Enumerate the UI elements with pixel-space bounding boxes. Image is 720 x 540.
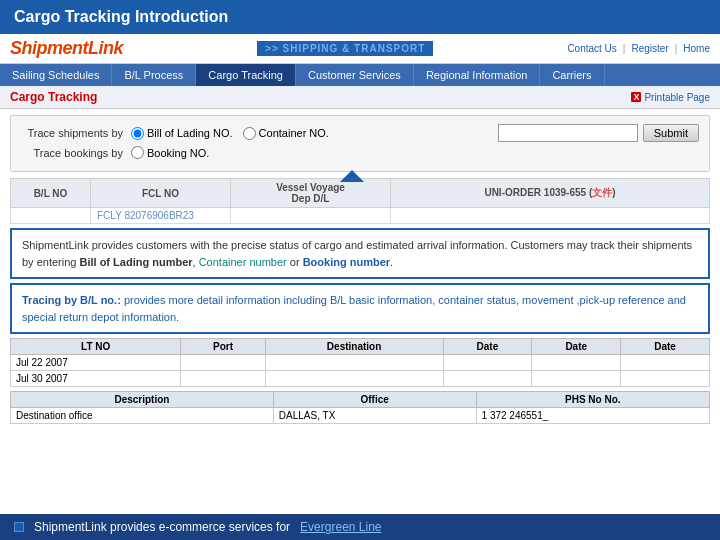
info-text-1: ShipmentLink provides customers with the… [22,239,692,268]
search-input[interactable]: xxxxxxxxxxxx [498,124,638,142]
table-row: FCLY 82076906BR23 [11,208,710,224]
search-input-group: xxxxxxxxxxxx Submit [498,124,699,142]
breadcrumb-bar: Cargo Tracking X Printable Page [0,86,720,109]
bold-bl: Bill of Lading number [79,256,192,268]
dt-col-lt: LT NO [11,339,181,355]
dt-row-1: Jul 22 2007 [11,355,710,371]
radio-container-label: Container NO. [259,127,329,139]
addr-desc: Destination office [11,408,274,424]
addr-row: Destination office DALLAS, TX 1 372 2465… [11,408,710,424]
tracking-row-blur: B/L NO FCL NO Vessel VoyageDep D/L UNI-O… [10,178,710,224]
radio-bl-label: Bill of Lading NO. [147,127,233,139]
page-title: Cargo Tracking Introduction [14,8,228,25]
nav-bar: Sailing Schedules B/L Process Cargo Trac… [0,64,720,86]
printable-label[interactable]: Printable Page [644,92,710,103]
radio-booking-label: Booking NO. [147,147,209,159]
dt-col-date2: Date [532,339,621,355]
tracking-table: B/L NO FCL NO Vessel VoyageDep D/L UNI-O… [10,178,710,224]
booking-text: Booking number [303,256,390,268]
radio-booking-input[interactable] [131,146,144,159]
nav-carriers[interactable]: Carriers [540,64,604,86]
booking-radio-group: Booking NO. [131,146,209,159]
addr-col-desc: Description [11,392,274,408]
dt-col-date3: Date [621,339,710,355]
radio-container[interactable]: Container NO. [243,127,329,140]
contact-link[interactable]: Contact Us [567,43,616,54]
cell-vessel [231,208,391,224]
printable-link[interactable]: X Printable Page [631,92,710,103]
bottom-section: ShipmentLink provides e-commerce service… [0,514,720,540]
page-header: Cargo Tracking Introduction [0,0,720,34]
close-icon: X [631,92,641,102]
tracking-area: B/L NO FCL NO Vessel VoyageDep D/L UNI-O… [0,178,720,334]
info-box-2: Tracing by B/L no.: provides more detail… [10,283,710,334]
addr-office: DALLAS, TX [273,408,476,424]
trace-bookings-row: Trace bookings by Booking NO. [21,146,699,159]
nav-regional-information[interactable]: Regional Information [414,64,541,86]
shipping-banner: >> SHIPPING & TRANSPORT [257,41,433,56]
top-links: Contact Us | Register | Home [567,43,710,54]
addr-col-phs: PHS No No. [476,392,709,408]
nav-cargo-tracking[interactable]: Cargo Tracking [196,64,296,86]
bullet-icon [14,522,24,532]
trace-shipments-row: Trace shipments by Bill of Lading NO. Co… [21,124,699,142]
cell-bl [11,208,91,224]
dt-col-port: Port [181,339,265,355]
nav-bl-process[interactable]: B/L Process [112,64,196,86]
radio-booking[interactable]: Booking NO. [131,146,209,159]
dt-col-dest: Destination [265,339,443,355]
data-tables-area: LT NO Port Destination Date Date Date Ju… [10,338,710,424]
addr-col-office: Office [273,392,476,408]
trace-radio-group: Bill of Lading NO. Container NO. [131,127,329,140]
submit-button[interactable]: Submit [643,124,699,142]
nav-sailing-schedules[interactable]: Sailing Schedules [0,64,112,86]
nav-customer-services[interactable]: Customer Services [296,64,414,86]
col-order: UNI-ORDER 1039-655 (文件) [391,179,710,208]
home-link[interactable]: Home [683,43,710,54]
search-box: Trace shipments by Bill of Lading NO. Co… [10,115,710,172]
evergreen-link[interactable]: Evergreen Line [300,520,381,534]
address-table: Description Office PHS No No. Destinatio… [10,391,710,424]
col-bl: B/L NO [11,179,91,208]
radio-container-input[interactable] [243,127,256,140]
trace-bookings-label: Trace bookings by [21,147,131,159]
dt-col-date1: Date [443,339,532,355]
radio-bl[interactable]: Bill of Lading NO. [131,127,233,140]
register-link[interactable]: Register [631,43,668,54]
cell-fcl: FCLY 82076906BR23 [91,208,231,224]
radio-bl-input[interactable] [131,127,144,140]
arrow-pointer-icon [340,170,364,182]
logo: ShipmentLink [10,38,123,59]
col-fcl: FCL NO [91,179,231,208]
bottom-text: ShipmentLink provides e-commerce service… [34,520,290,534]
tracing-title: Tracing by B/L no.: [22,294,124,306]
logo-bar: ShipmentLink >> SHIPPING & TRANSPORT Con… [0,34,720,64]
tracking-table-area: B/L NO FCL NO Vessel VoyageDep D/L UNI-O… [10,178,710,224]
data-table: LT NO Port Destination Date Date Date Ju… [10,338,710,387]
addr-phs: 1 372 246551_ [476,408,709,424]
cell-order [391,208,710,224]
breadcrumb: Cargo Tracking [10,90,97,104]
col-vessel: Vessel VoyageDep D/L [231,179,391,208]
container-text: Container number [199,256,287,268]
trace-shipments-label: Trace shipments by [21,127,131,139]
dt-row-2: Jul 30 2007 [11,371,710,387]
info-box-1: ShipmentLink provides customers with the… [10,228,710,279]
